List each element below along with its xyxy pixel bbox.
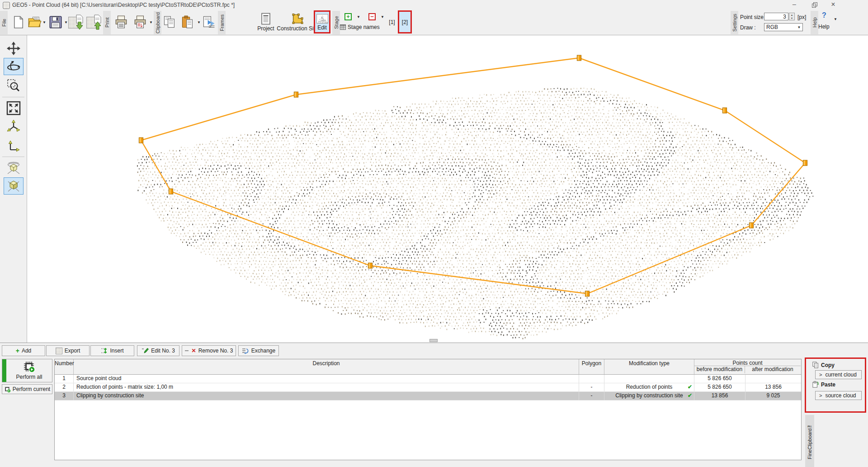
spinner-up-icon: ▲ bbox=[791, 14, 793, 16]
modifications-table: Number Description Polygon Modification … bbox=[54, 359, 802, 460]
edit-pencil-icon bbox=[142, 348, 149, 354]
progress-bar bbox=[2, 359, 6, 382]
print-button[interactable] bbox=[113, 14, 130, 31]
point-size-spinner[interactable]: ▲▼ bbox=[789, 13, 795, 20]
add-stage-dropdown-arrow[interactable]: ▼ bbox=[357, 15, 360, 19]
remove-stage-dropdown-arrow[interactable]: ▼ bbox=[381, 15, 384, 19]
axonometry-view-button[interactable] bbox=[4, 118, 24, 135]
help-button[interactable]: Help bbox=[818, 24, 830, 30]
point-cloud-viewport[interactable] bbox=[27, 35, 868, 343]
help-dropdown-arrow[interactable]: ▼ bbox=[834, 17, 837, 21]
frame-project-button[interactable]: Project bbox=[253, 11, 278, 34]
perform-all-button[interactable]: Perform all bbox=[2, 359, 52, 382]
help-icon[interactable]: ? bbox=[822, 11, 826, 19]
clipboard-group-tab: Clipboard bbox=[154, 11, 161, 34]
save-dropdown-arrow[interactable]: ▼ bbox=[64, 20, 68, 24]
table-cell: Clipping by construction site bbox=[74, 392, 579, 400]
export-point-cloud-button[interactable] bbox=[86, 14, 103, 31]
table-cell: 13 856 bbox=[745, 383, 801, 391]
spinner-down-icon: ▼ bbox=[791, 17, 793, 19]
pan-tool-button[interactable] bbox=[4, 40, 24, 57]
stage-1-tab[interactable]: [1] bbox=[387, 19, 397, 25]
edit-row-button[interactable]: Edit No. 3 bbox=[137, 345, 179, 356]
horizontal-scrollbar-thumb[interactable] bbox=[429, 339, 438, 342]
draw-select[interactable]: RGB ▼ bbox=[764, 23, 803, 31]
frame-construction-site-button[interactable]: Construction Site bbox=[277, 11, 318, 34]
exchange-button[interactable]: Exchange bbox=[238, 345, 279, 356]
add-button[interactable]: + Add bbox=[2, 345, 45, 356]
axonometric-view-button[interactable] bbox=[4, 177, 24, 195]
sidebar-divider bbox=[2, 97, 24, 97]
paste-button[interactable] bbox=[179, 14, 196, 31]
restore-button[interactable] bbox=[806, 0, 821, 10]
insert-icon bbox=[101, 348, 108, 354]
main-toolbar: File ▼ ▼ Print ▼ Clipboard ▼ bbox=[0, 10, 868, 35]
table-cell bbox=[745, 375, 801, 383]
table-cell: Reduction of points - matrix size: 1,00 … bbox=[74, 383, 579, 391]
open-dropdown-arrow[interactable]: ▼ bbox=[42, 20, 46, 24]
add-stage-button[interactable]: + bbox=[344, 13, 352, 20]
stage-2-tab[interactable]: [2] bbox=[398, 10, 412, 33]
title-bar: GEO5 - Point Cloud (64 bit) [C:\Users\tu… bbox=[0, 0, 868, 10]
table-row[interactable]: 3Clipping by construction site-Clipping … bbox=[55, 392, 801, 400]
zoom-window-icon bbox=[7, 79, 20, 92]
print-preview-button[interactable] bbox=[201, 14, 218, 31]
table-cell: Clipping by construction site✔ bbox=[604, 392, 694, 400]
settings-group-tab: Settings bbox=[731, 11, 738, 34]
remove-row-button[interactable]: ✕ Remove No. 3 bbox=[182, 345, 236, 356]
table-cell: - bbox=[579, 383, 604, 391]
open-folder-icon bbox=[28, 15, 42, 29]
table-cell: Reduction of points✔ bbox=[604, 383, 694, 391]
point-size-input[interactable]: 3 bbox=[764, 13, 788, 20]
export-button[interactable]: Export bbox=[46, 345, 90, 356]
perform-all-label: Perform all bbox=[16, 374, 42, 380]
insert-button[interactable]: Insert bbox=[90, 345, 134, 356]
frame-edit-label: Edit bbox=[317, 24, 327, 31]
column-header-description: Description bbox=[74, 359, 579, 374]
zoom-window-tool-button[interactable] bbox=[4, 77, 24, 94]
perform-current-button[interactable]: Perform current bbox=[2, 384, 52, 394]
operations-panel: + Add Export Insert Edit No. 3 ✕ Remove … bbox=[0, 343, 868, 467]
print-dropdown-arrow[interactable]: ▼ bbox=[149, 20, 153, 24]
frames-group-tab: Frames bbox=[218, 11, 226, 34]
table-row[interactable]: 1Source point cloud5 826 650 bbox=[55, 375, 801, 383]
close-button[interactable]: × bbox=[826, 0, 841, 10]
paste-dropdown-arrow[interactable]: ▼ bbox=[197, 20, 201, 24]
table-cell: Source point cloud bbox=[74, 375, 579, 383]
check-icon: ✔ bbox=[688, 383, 692, 391]
new-document-icon bbox=[12, 15, 25, 29]
import-point-cloud-button[interactable] bbox=[68, 14, 85, 31]
remove-stage-button[interactable]: − bbox=[368, 13, 376, 20]
table-cell: 5 826 650 bbox=[694, 383, 745, 391]
view-tools-sidebar bbox=[0, 35, 27, 343]
perspective-view-icon bbox=[6, 161, 21, 175]
front-view-button[interactable] bbox=[4, 138, 24, 155]
stage-names-button[interactable]: Stage names bbox=[340, 24, 380, 30]
new-file-button[interactable] bbox=[10, 14, 27, 31]
copy-label: Copy bbox=[821, 362, 835, 368]
paste-source-cloud-label: source cloud bbox=[825, 392, 856, 399]
paste-label: Paste bbox=[821, 381, 835, 388]
copy-picture-button[interactable] bbox=[161, 14, 178, 31]
perspective-view-button[interactable] bbox=[4, 159, 24, 176]
check-icon: ✔ bbox=[688, 392, 692, 400]
exchange-button-label: Exchange bbox=[251, 348, 275, 354]
point-cloud-canvas[interactable] bbox=[27, 35, 868, 343]
printer-settings-icon bbox=[133, 15, 147, 29]
edit-row-button-label: Edit No. 3 bbox=[151, 348, 175, 354]
fit-to-window-tool-button[interactable] bbox=[4, 100, 24, 117]
axonometric-cube-icon bbox=[6, 179, 21, 193]
open-file-button[interactable] bbox=[26, 14, 43, 31]
minimize-button[interactable]: – bbox=[787, 0, 802, 10]
axonometry-axes-icon bbox=[6, 119, 21, 133]
print-view-button[interactable] bbox=[132, 14, 149, 31]
frame-edit-button[interactable]: Edit bbox=[315, 12, 329, 32]
stage-group-tab: Stage bbox=[332, 11, 340, 34]
paste-source-cloud-button[interactable]: > source cloud bbox=[815, 391, 862, 400]
help-group-tab: Help bbox=[811, 11, 818, 34]
rotate-tool-button[interactable] bbox=[4, 58, 24, 75]
table-row[interactable]: 2Reduction of points - matrix size: 1,00… bbox=[55, 383, 801, 392]
copy-current-cloud-button[interactable]: > current cloud bbox=[815, 370, 862, 379]
save-file-button[interactable] bbox=[47, 14, 64, 31]
point-size-unit: [px] bbox=[797, 14, 806, 20]
